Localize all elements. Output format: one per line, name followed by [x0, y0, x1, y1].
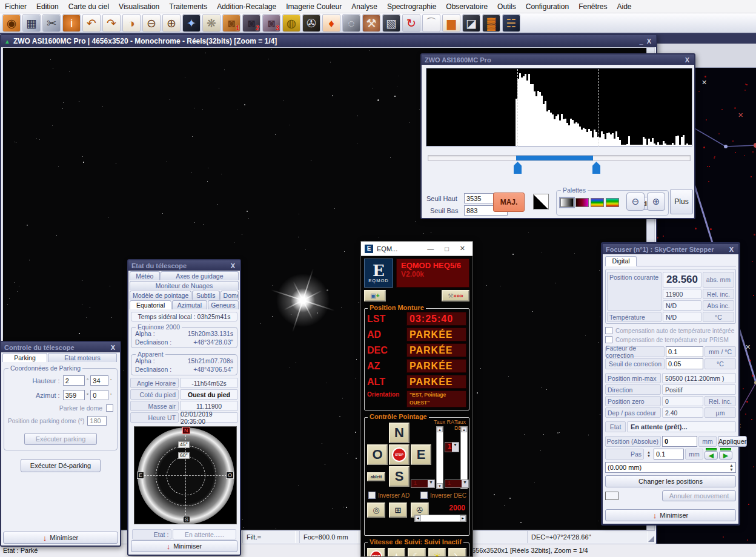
menu-traitements[interactable]: Traitements	[164, 0, 212, 13]
setup-button[interactable]: ⚒»»»	[442, 290, 469, 302]
tab-equatorial[interactable]: Equatorial	[130, 300, 171, 309]
inverser-dec-checkbox[interactable]: Inverser DEC	[420, 492, 466, 499]
zoom-out-icon[interactable]: ⊖	[142, 14, 161, 32]
inverser-ad-checkbox[interactable]: Inverser AD	[368, 492, 409, 499]
image-window-titlebar[interactable]: ▲ ZWO ASI1600MC Pro | 4656x3520 - Monoch…	[1, 35, 656, 47]
comp-auto-checkbox[interactable]	[605, 327, 612, 334]
menu-aide[interactable]: Aide	[612, 0, 637, 13]
save-icon[interactable]: ▦	[22, 14, 41, 32]
maximize-icon[interactable]: □	[441, 245, 453, 252]
changer-positions-button[interactable]: Changer les positions	[605, 475, 736, 487]
palette-spectrum[interactable]	[606, 198, 619, 207]
tab-etat-moteurs[interactable]: Etat moteurs	[48, 353, 117, 362]
close-icon[interactable]: X	[728, 246, 735, 253]
position-preset-select[interactable]: (0.000 mm) ▲▼	[605, 462, 736, 473]
parking-dome-input[interactable]	[87, 416, 107, 426]
tab-mod-le-de-pointage[interactable]: Modèle de pointage	[130, 291, 191, 300]
menu-carte-du-ciel[interactable]: Carte du ciel	[64, 0, 114, 13]
slew-west-button[interactable]: O	[367, 444, 388, 465]
menu-fen-tres[interactable]: Fenêtres	[574, 0, 612, 13]
minimize-icon[interactable]: _	[638, 38, 645, 45]
undo-icon[interactable]: ↶	[82, 14, 101, 32]
palette-fire[interactable]	[575, 198, 589, 207]
eqmod-titlebar[interactable]: E EQM... — □ ✕	[361, 242, 472, 256]
custom-rate-button[interactable]: ＼	[448, 548, 466, 556]
telescope-control-titlebar[interactable]: Controle du télescope X	[1, 342, 120, 352]
hauteur-deg-input[interactable]	[63, 375, 85, 386]
move-in-button[interactable]: ◀	[705, 448, 718, 460]
pas-input[interactable]	[654, 449, 684, 460]
close-icon[interactable]: X	[645, 38, 653, 45]
facteur-input[interactable]	[666, 346, 703, 357]
menu-observatoire[interactable]: Observatoire	[441, 0, 492, 13]
threshold-slider-track[interactable]	[428, 155, 691, 161]
minimize-button[interactable]: ↓ Minimiser	[605, 509, 736, 521]
menu-configuration[interactable]: Configuration	[521, 0, 574, 13]
camera-3-icon[interactable]: ◙3	[262, 14, 280, 32]
maj-button[interactable]: MAJ.	[493, 193, 525, 212]
lunar-rate-button[interactable]: ☾	[408, 548, 426, 556]
sidereal-rate-button[interactable]: ★	[388, 548, 406, 556]
zoom-in-icon[interactable]: ⊕	[162, 14, 181, 32]
robot-arm-icon[interactable]: ☵	[502, 14, 520, 32]
ra-rate-select[interactable]: 1▼	[411, 480, 435, 488]
add-display-button[interactable]: ▣+	[364, 290, 386, 302]
menu-fichier[interactable]: Fichier	[0, 0, 31, 13]
shell-gear-icon[interactable]: ❋	[202, 14, 220, 32]
minimize-icon[interactable]: —	[423, 245, 437, 252]
slew-north-button[interactable]: N	[389, 423, 409, 443]
guider-icon[interactable]: ✇	[302, 14, 320, 32]
edit-image-icon[interactable]: ✂	[42, 14, 61, 32]
azimut-deg-input[interactable]	[63, 390, 85, 400]
menu-visualisation[interactable]: Visualisation	[114, 0, 164, 13]
menu-edition[interactable]: Edition	[31, 0, 64, 13]
slew-east-button[interactable]: E	[411, 444, 431, 465]
flame-icon[interactable]: ♦	[322, 14, 340, 32]
move-out-button[interactable]: ▶	[719, 448, 732, 460]
grid-window-button[interactable]: ⊞	[389, 503, 407, 518]
dec-rate-select[interactable]: 1▼	[445, 480, 469, 488]
tab-subtils[interactable]: Subtils	[192, 291, 220, 300]
execute-parking-button[interactable]: Exécuter parking	[24, 433, 97, 445]
pos-abs-input[interactable]	[662, 436, 697, 447]
capture-screen-icon[interactable]: ✦	[182, 14, 201, 32]
tab-geneurs[interactable]: Geneurs	[208, 300, 239, 309]
azimut-min-input[interactable]	[90, 390, 108, 400]
minimize-button[interactable]: ↓ Minimiser	[131, 540, 237, 552]
telescope-state-titlebar[interactable]: Etat du télescope X	[128, 260, 240, 271]
close-icon[interactable]: X	[683, 56, 691, 64]
seuil-input[interactable]	[666, 358, 703, 369]
close-icon[interactable]: X	[229, 262, 237, 269]
zoom-out-button[interactable]: ⊖	[626, 193, 645, 211]
close-icon[interactable]: X	[109, 344, 117, 351]
resize-grip[interactable]	[648, 536, 654, 542]
contrast-icon[interactable]: ◑	[122, 14, 141, 32]
threshold-icon[interactable]: ◪	[462, 14, 480, 32]
rate-select[interactable]: 1▼	[445, 442, 459, 452]
histogram-curtain-icon[interactable]: ▓	[482, 14, 500, 32]
solar-rate-button[interactable]: ☀	[428, 548, 446, 556]
annuler-mouvement-button[interactable]: Annuler mouvement	[662, 490, 736, 501]
zoom-in-button[interactable]: ⊕	[647, 193, 665, 211]
comp-prism-checkbox[interactable]	[605, 336, 612, 343]
palette-rainbow[interactable]	[591, 198, 604, 207]
menu-addition-recalage[interactable]: Addition-Recalage	[212, 0, 281, 13]
filter-wheel-icon[interactable]: ◍	[282, 14, 300, 32]
execute-deparking-button[interactable]: Exécuter Dé-parking	[21, 459, 101, 472]
wrench-icon[interactable]: ⚒	[362, 14, 380, 32]
minimize-button[interactable]: ↓ Minimiser	[3, 532, 118, 544]
hauteur-min-input[interactable]	[90, 375, 108, 386]
camera-1-icon[interactable]: ◙1	[222, 14, 240, 32]
tab-axes-de-guidage[interactable]: Axes de guidage	[161, 271, 239, 280]
histogram-titlebar[interactable]: ZWO ASI1600MC Pro X	[422, 54, 694, 65]
open-image-icon[interactable]: ◉	[2, 14, 21, 32]
stop-tracking-button[interactable]: STOP	[367, 548, 385, 556]
low-threshold-handle[interactable]	[514, 162, 522, 174]
ablett-button[interactable]: ablett	[367, 472, 385, 481]
tab-digital[interactable]: Digital	[605, 256, 637, 266]
tab-dome[interactable]: Dome	[220, 291, 239, 300]
focuser-titlebar[interactable]: Focuser (n°1) : SkyCenter Stepper X	[603, 244, 738, 254]
chart-bars-icon[interactable]: ▆	[442, 14, 460, 32]
tab-météo[interactable]: Météo	[130, 271, 160, 280]
horizontal-rate-scrollbar[interactable]: ◄ ►	[414, 515, 466, 522]
